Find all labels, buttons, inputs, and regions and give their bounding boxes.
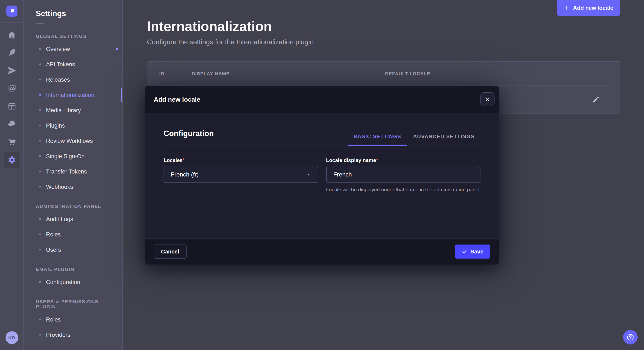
display-name-field: Locale display name* Locale will be disp… (326, 157, 480, 193)
locales-select[interactable]: French (fr) (164, 166, 318, 183)
tab-basic-settings[interactable]: BASIC SETTINGS (348, 129, 407, 145)
modal-footer: Cancel Save (145, 238, 499, 265)
chevron-down-icon (306, 172, 311, 177)
save-button[interactable]: Save (455, 245, 490, 259)
display-name-hint: Locale will be displayed under that name… (326, 186, 480, 193)
display-name-label: Locale display name* (326, 157, 480, 163)
app-window: KD Settings GLOBAL SETTINGSOverviewAPI T… (0, 0, 644, 350)
modal-header: Add new locale (145, 86, 499, 113)
locales-field: Locales* French (fr) (164, 157, 318, 193)
close-icon (485, 97, 490, 102)
add-locale-modal: Add new locale Configuration BASIC SETTI… (145, 86, 499, 265)
configuration-heading: Configuration (164, 129, 214, 145)
settings-tabs: BASIC SETTINGSADVANCED SETTINGS (348, 129, 480, 145)
modal-body: Configuration BASIC SETTINGSADVANCED SET… (145, 113, 499, 238)
locales-label: Locales* (164, 157, 318, 163)
cancel-button[interactable]: Cancel (154, 245, 186, 259)
display-name-input[interactable] (326, 166, 480, 183)
tab-advanced-settings[interactable]: ADVANCED SETTINGS (407, 129, 480, 145)
modal-title: Add new locale (154, 96, 200, 103)
close-button[interactable] (480, 92, 494, 106)
check-icon (462, 249, 467, 254)
